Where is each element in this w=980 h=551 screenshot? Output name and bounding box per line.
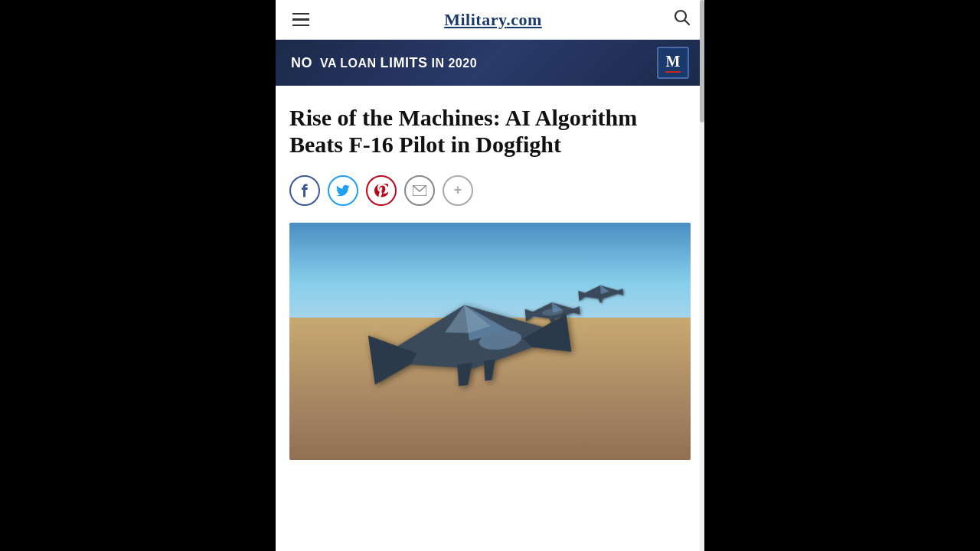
svg-marker-13: [597, 297, 603, 302]
svg-marker-18: [521, 314, 571, 358]
ad-banner[interactable]: NO VA LOAN LIMITS IN 2020 M: [276, 40, 704, 86]
share-email-button[interactable]: [404, 175, 435, 206]
more-icon: +: [454, 182, 462, 198]
article-image: [289, 223, 691, 460]
social-share-bar: +: [289, 175, 691, 206]
scrollbar-track[interactable]: [700, 0, 704, 551]
share-facebook-button[interactable]: [289, 175, 320, 206]
site-logo[interactable]: Military.com: [444, 10, 542, 30]
svg-marker-11: [578, 290, 590, 302]
logo-military: Military: [444, 10, 506, 29]
share-pinterest-button[interactable]: [366, 175, 397, 206]
page-wrapper: Military.com NO VA LOAN LIMITS IN 2020 M…: [276, 0, 704, 551]
ad-va-loan: VA LOAN LIMITS IN 2020: [320, 57, 477, 70]
ad-logo: M: [657, 47, 689, 79]
jet-main: [365, 285, 576, 406]
scrollbar-thumb[interactable]: [700, 0, 704, 122]
ad-logo-letter: M: [666, 53, 681, 70]
menu-button[interactable]: [289, 10, 312, 30]
article-title: Rise of the Machines: AI Algorithm Beats…: [289, 104, 691, 158]
logo-dotcom: .com: [506, 10, 542, 29]
ad-no: NO: [291, 55, 312, 70]
jet-group: [289, 223, 691, 460]
svg-marker-20: [482, 360, 498, 381]
ad-text: NO VA LOAN LIMITS IN 2020: [291, 55, 477, 71]
svg-line-1: [684, 21, 689, 25]
share-twitter-button[interactable]: [328, 175, 358, 206]
article-body: Rise of the Machines: AI Algorithm Beats…: [276, 86, 704, 460]
search-button[interactable]: [674, 9, 691, 30]
jet-back-right: [577, 282, 624, 308]
ad-logo-underline: [665, 71, 681, 73]
share-more-button[interactable]: +: [443, 175, 473, 206]
site-header: Military.com: [276, 0, 704, 40]
